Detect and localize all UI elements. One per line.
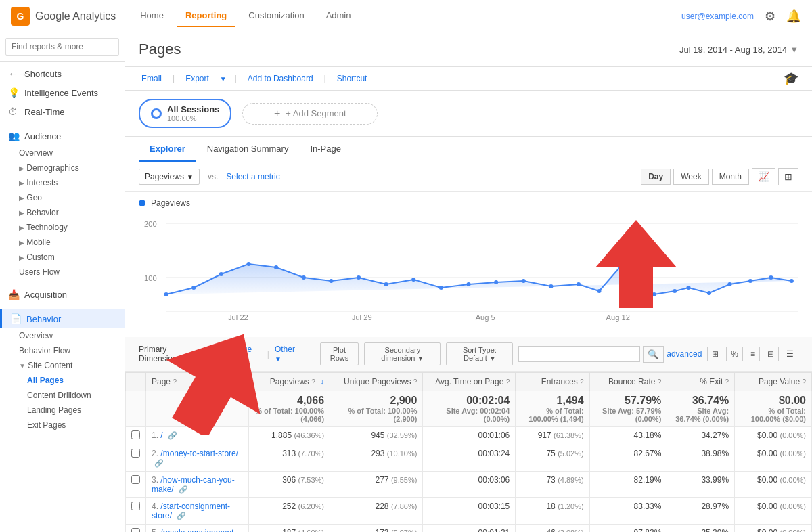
sidebar-item-realtime[interactable]: ⏱ Real-Time bbox=[0, 102, 125, 121]
table-search: 🔍 advanced bbox=[518, 346, 702, 363]
table-view-btn[interactable]: ⊞ bbox=[707, 347, 723, 361]
table-row: 2. /money-to-start-store/ 🔗 313 (7.70%) … bbox=[126, 445, 812, 472]
chart-legend-dot bbox=[139, 200, 145, 206]
sidebar-item-shortcuts[interactable]: ←→ Shortcuts bbox=[0, 64, 125, 83]
sidebar: ←→ Shortcuts 💡 Intelligence Events ⏱ Rea… bbox=[0, 32, 125, 532]
table-search-button[interactable]: 🔍 bbox=[643, 346, 664, 363]
realtime-icon: ⏱ bbox=[8, 106, 19, 117]
export-button[interactable]: Export bbox=[183, 72, 212, 85]
tab-in-page[interactable]: In-Page bbox=[299, 137, 352, 162]
sidebar-item-acquisition[interactable]: 📥 Acquisition bbox=[0, 285, 125, 304]
nav-reporting[interactable]: Reporting bbox=[177, 5, 235, 27]
sidebar-item-overview[interactable]: Overview bbox=[0, 146, 125, 160]
sidebar-item-all-pages[interactable]: All Pages bbox=[0, 373, 125, 388]
user-email[interactable]: user@example.com bbox=[681, 12, 754, 21]
add-to-dashboard-button[interactable]: Add to Dashboard bbox=[245, 72, 316, 85]
sidebar-item-intelligence[interactable]: 💡 Intelligence Events bbox=[0, 83, 125, 102]
pv-1: 1,885 bbox=[271, 430, 292, 440]
sidebar-item-behavior-main[interactable]: 📄 Behavior bbox=[0, 309, 125, 328]
sidebar-item-behavior-flow[interactable]: Behavior Flow bbox=[0, 343, 125, 358]
segment-name: All Sessions bbox=[167, 104, 219, 114]
sort-type-dropdown[interactable]: Sort Type: Default ▼ bbox=[446, 342, 513, 365]
time-btn-week[interactable]: Week bbox=[673, 169, 708, 185]
row-checkbox-4[interactable] bbox=[131, 502, 140, 510]
sidebar-item-beh-overview[interactable]: Overview bbox=[0, 328, 125, 343]
sidebar-item-mobile[interactable]: ▶ Mobile bbox=[0, 235, 125, 250]
notifications-icon[interactable]: 🔔 bbox=[786, 9, 801, 24]
dim-page-link[interactable]: Page bbox=[201, 349, 220, 359]
select-metric-link[interactable]: Select a metric bbox=[226, 172, 279, 181]
behavior-section: 📄 Behavior Overview Behavior Flow ▼ Site… bbox=[0, 307, 125, 435]
table-compare-btn[interactable]: ≡ bbox=[746, 347, 760, 361]
page-link-4[interactable]: /start-consignment-store/ bbox=[152, 502, 230, 520]
row-checkbox-1[interactable] bbox=[131, 430, 140, 439]
chart-legend: Pageviews bbox=[139, 198, 798, 208]
audience-label: Audience bbox=[24, 131, 61, 141]
sidebar-item-content-drilldown[interactable]: Content Drilldown bbox=[0, 388, 125, 403]
tab-navigation-summary[interactable]: Navigation Summary bbox=[196, 137, 300, 162]
link-icon-4[interactable]: 🔗 bbox=[177, 512, 186, 520]
svg-point-18 bbox=[384, 282, 388, 286]
email-button[interactable]: Email bbox=[139, 72, 164, 85]
table-extra-btn[interactable]: ☰ bbox=[782, 347, 798, 361]
metric-select-label: Pageviews bbox=[145, 172, 184, 181]
metric-select-arrow: ▼ bbox=[187, 173, 194, 181]
add-segment-label: + Add Segment bbox=[286, 108, 346, 118]
row-checkbox-2[interactable] bbox=[131, 449, 140, 458]
sidebar-item-users-flow[interactable]: Users Flow bbox=[0, 265, 125, 280]
metric-select-dropdown[interactable]: Pageviews ▼ bbox=[139, 169, 200, 185]
link-icon-1[interactable]: 🔗 bbox=[168, 431, 177, 439]
add-segment-button[interactable]: + + Add Segment bbox=[242, 103, 378, 125]
report-tabs: Explorer Navigation Summary In-Page bbox=[125, 137, 812, 162]
table-pct-btn[interactable]: % bbox=[726, 347, 743, 361]
sidebar-item-custom[interactable]: ▶ Custom bbox=[0, 250, 125, 265]
sidebar-item-landing-pages[interactable]: Landing Pages bbox=[0, 403, 125, 418]
link-icon-2[interactable]: 🔗 bbox=[154, 459, 164, 467]
page-link-1[interactable]: / bbox=[160, 430, 162, 440]
sidebar-item-technology[interactable]: ▶ Technology bbox=[0, 220, 125, 235]
date-range-picker[interactable]: Jul 19, 2014 - Aug 18, 2014 ▼ bbox=[679, 45, 798, 55]
help-icon[interactable]: 🎓 bbox=[784, 71, 798, 86]
sidebar-item-demographics[interactable]: ▶ Demographics bbox=[0, 160, 125, 175]
tab-explorer[interactable]: Explorer bbox=[139, 137, 196, 162]
all-sessions-segment[interactable]: All Sessions 100.00% bbox=[139, 99, 231, 128]
nav-admin[interactable]: Admin bbox=[318, 5, 359, 27]
plot-rows-button[interactable]: Plot Rows bbox=[320, 342, 359, 365]
time-btn-day[interactable]: Day bbox=[641, 169, 671, 185]
search-input[interactable] bbox=[5, 38, 119, 56]
row-checkbox-3[interactable] bbox=[131, 475, 140, 484]
segment-pct: 100.00% bbox=[167, 114, 219, 123]
svg-text:Jul 29: Jul 29 bbox=[352, 313, 372, 322]
page-link-2[interactable]: /money-to-start-store/ bbox=[160, 449, 238, 458]
shortcut-button[interactable]: Shortcut bbox=[334, 72, 370, 85]
sidebar-item-exit-pages[interactable]: Exit Pages bbox=[0, 418, 125, 433]
dim-other-link[interactable]: Other ▼ bbox=[275, 345, 298, 363]
time-period-buttons: Day Week Month 📈 ⊞ bbox=[641, 168, 798, 185]
sidebar-item-site-content[interactable]: ▼ Site Content bbox=[0, 358, 125, 373]
nav-right: user@example.com ⚙ 🔔 bbox=[681, 9, 801, 24]
sidebar-item-interests[interactable]: ▶ Interests bbox=[0, 175, 125, 190]
chart-bar-type-btn[interactable]: ⊞ bbox=[778, 168, 798, 185]
sidebar-item-behavior[interactable]: ▶ Behavior bbox=[0, 205, 125, 220]
svg-text:Aug 12: Aug 12 bbox=[606, 313, 630, 322]
page-link-3[interactable]: /how-much-can-you-make/ bbox=[152, 475, 235, 494]
logo-area: G Google Analytics bbox=[11, 7, 116, 26]
time-btn-month[interactable]: Month bbox=[712, 169, 749, 185]
nav-home[interactable]: Home bbox=[132, 5, 172, 27]
nav-customization[interactable]: Customization bbox=[240, 5, 312, 27]
dim-title-link[interactable]: Page Title bbox=[233, 345, 262, 363]
chart-line-type-btn[interactable]: 📈 bbox=[752, 168, 775, 185]
advanced-search-link[interactable]: advanced bbox=[667, 349, 702, 359]
sidebar-item-geo[interactable]: ▶ Geo bbox=[0, 190, 125, 205]
acquisition-section: 📥 Acquisition bbox=[0, 282, 125, 307]
table-pivot-btn[interactable]: ⊟ bbox=[763, 347, 779, 361]
total-br-note: Site Avg: 57.79% (0.00%) bbox=[595, 407, 662, 423]
action-bar: Email | Export ▼ | Add to Dashboard | Sh… bbox=[125, 67, 812, 91]
row-checkbox-5[interactable] bbox=[131, 528, 140, 532]
secondary-dim-dropdown[interactable]: Secondary dimension ▼ bbox=[364, 342, 441, 365]
table-search-input[interactable] bbox=[518, 346, 640, 362]
settings-icon[interactable]: ⚙ bbox=[765, 9, 775, 24]
link-icon-3[interactable]: 🔗 bbox=[179, 485, 188, 493]
sidebar-item-audience[interactable]: 👥 Audience bbox=[0, 127, 125, 146]
page-link-5[interactable]: /resale-consignment-thrift-secondha... bbox=[152, 528, 236, 532]
